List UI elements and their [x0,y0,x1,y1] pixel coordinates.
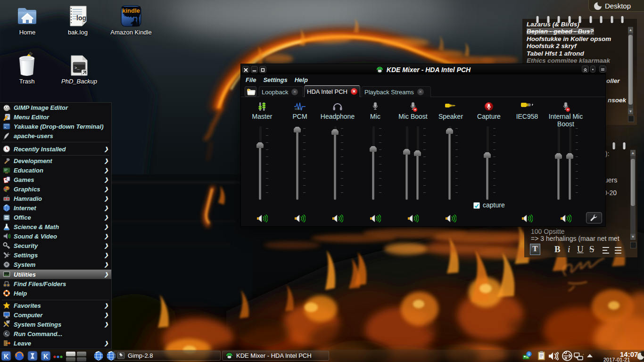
svg-text:kindle: kindle [122,7,140,14]
svg-text:10110...: 10110... [295,108,302,110]
svg-text:>_: >_ [74,66,80,71]
svg-text:K: K [4,353,8,360]
svg-text:?: ? [583,353,584,358]
svg-text:log: log [76,14,86,22]
svg-text:K: K [43,353,48,360]
svg-text:>_: >_ [4,126,8,129]
